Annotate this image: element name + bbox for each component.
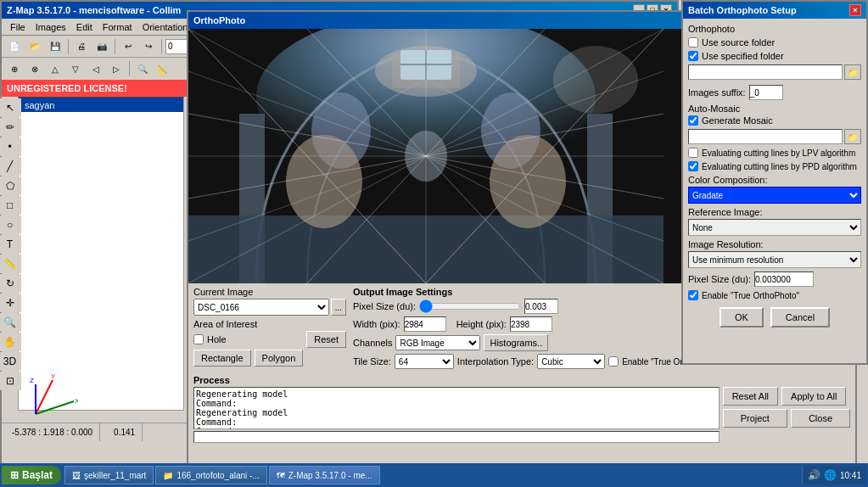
interp-select[interactable]: Cubic <box>537 354 605 369</box>
ortho-title-text: OrthoPhoto <box>193 15 245 25</box>
tool-extra[interactable]: ⊡ <box>0 372 21 390</box>
new-button[interactable]: 📄 <box>5 37 24 56</box>
images-suffix-input[interactable]: _0 <box>749 85 783 100</box>
camera-button[interactable]: 📷 <box>92 37 111 56</box>
project-button[interactable]: Project <box>723 409 787 428</box>
menu-orientation[interactable]: Orientation <box>137 21 193 33</box>
tool-poly[interactable]: ⬠ <box>0 176 21 195</box>
close-button[interactable]: Close <box>791 409 850 428</box>
tree-item-sagyan[interactable]: 📁 sagyan <box>3 98 183 112</box>
mosaic-folder-browse-button[interactable]: 📁 <box>844 129 861 144</box>
enable-trueortho-checkbox[interactable] <box>608 356 619 367</box>
hole-checkbox[interactable] <box>193 334 204 344</box>
pixel-size-input[interactable]: 0.003 <box>524 299 558 314</box>
tool-pan[interactable]: ✋ <box>0 333 21 351</box>
start-button[interactable]: ⊞ Başlat <box>2 466 61 484</box>
current-image-select[interactable]: DSC_0166 <box>193 299 329 316</box>
tile-label: Tile Size: <box>353 356 391 367</box>
menu-file[interactable]: File <box>5 21 31 33</box>
height-input[interactable]: 2398 <box>510 316 552 332</box>
pixel-size-batch-input[interactable]: 0.003000 <box>754 271 814 287</box>
channels-select[interactable]: RGB Image <box>395 335 480 350</box>
tb2-btn2[interactable]: ⊗ <box>25 59 44 78</box>
generate-mosaic-row: Generate Mosaic <box>688 115 861 126</box>
use-specified-label: Use specified folder <box>702 51 784 61</box>
tool-zoom[interactable]: 🔍 <box>0 313 21 332</box>
tb2-btn4[interactable]: ▽ <box>66 59 85 78</box>
tool-rect[interactable]: □ <box>0 196 21 215</box>
tool-measure[interactable]: 📏 <box>0 255 21 273</box>
use-specified-checkbox[interactable] <box>688 51 698 61</box>
folder-row: 📁 <box>688 64 861 80</box>
tool-move[interactable]: ✛ <box>0 294 21 312</box>
batch-close-button[interactable]: × <box>849 4 861 16</box>
redo-button[interactable]: ↪ <box>139 37 158 56</box>
log-line-3: Regenerating model <box>196 408 717 417</box>
value-segment: 0.141 <box>107 423 143 441</box>
undo-button[interactable]: ↩ <box>119 37 137 56</box>
reset-all-button[interactable]: Reset All <box>723 387 778 406</box>
log-line-4: Command: <box>196 417 717 427</box>
tool-text[interactable]: T <box>0 235 21 254</box>
tool-point[interactable]: • <box>0 137 21 156</box>
histograms-button[interactable]: Histograms.. <box>484 334 548 351</box>
taskbar-item-0[interactable]: 🖼 şekiller_11_mart <box>64 466 154 484</box>
use-source-label: Use source folder <box>702 37 775 48</box>
tb2-btn7[interactable]: 🔍 <box>133 59 152 78</box>
start-label: Başlat <box>22 469 53 481</box>
taskbar-items: 🖼 şekiller_11_mart 📁 166_ortofoto_alani … <box>64 466 802 484</box>
batch-title-text: Batch Orthophoto Setup <box>688 5 797 15</box>
folder-input[interactable] <box>688 64 843 80</box>
pixel-size-slider[interactable] <box>419 300 521 312</box>
image-browse-button[interactable]: ... <box>331 299 346 316</box>
save-button[interactable]: 💾 <box>46 37 64 56</box>
tb2-btn5[interactable]: ◁ <box>87 59 105 78</box>
eval-ppd-checkbox[interactable] <box>688 161 698 171</box>
tool-pencil[interactable]: ✏ <box>0 118 21 137</box>
tool-3d[interactable]: 3D <box>0 352 21 371</box>
tray-icon-1: 🔊 <box>808 469 820 481</box>
reset-aoi-button[interactable]: Reset <box>306 331 346 348</box>
current-image-label: Current Image <box>193 287 346 297</box>
mosaic-folder-input[interactable] <box>688 129 843 144</box>
menu-format[interactable]: Format <box>98 21 137 33</box>
aoi-buttons: Rectangle Polygon <box>193 350 346 367</box>
open-button[interactable]: 📂 <box>25 37 44 56</box>
pixel-size-batch-row: Pixel Size (du): 0.003000 <box>688 271 861 287</box>
tb2-btn3[interactable]: △ <box>46 59 64 78</box>
use-source-checkbox[interactable] <box>688 37 698 48</box>
tb2-btn8[interactable]: 📐 <box>154 59 172 78</box>
tool-select[interactable]: ↖ <box>0 98 21 117</box>
taskbar-item-1[interactable]: 📁 166_ortofoto_alani -... <box>155 466 266 484</box>
img-res-select[interactable]: Use minimum resolution <box>688 251 861 268</box>
images-suffix-label: Images suffix: <box>688 87 746 98</box>
enable-trueortho-batch-checkbox[interactable] <box>688 290 698 300</box>
width-input[interactable]: 2984 <box>404 316 446 332</box>
tile-select[interactable]: 64 <box>395 354 454 369</box>
width-label: Width (pix): <box>353 319 400 329</box>
svg-point-33 <box>553 46 638 114</box>
print-button[interactable]: 🖨 <box>72 37 91 56</box>
tb2-btn1[interactable]: ⊕ <box>5 59 24 78</box>
tb2-btn6[interactable]: ▷ <box>107 59 126 78</box>
tool-rotate[interactable]: ↻ <box>0 274 21 293</box>
taskbar-item-2[interactable]: 🗺 Z-Map 3.5.17.0 - me... <box>269 466 380 484</box>
tool-line[interactable]: ╱ <box>0 157 21 176</box>
coords-segment: -5.378 : 1.918 : 0.000 <box>5 423 100 441</box>
ok-button[interactable]: OK <box>720 307 764 327</box>
color-comp-select[interactable]: Gradate <box>688 187 861 204</box>
tool-circle[interactable]: ○ <box>0 216 21 234</box>
menu-images[interactable]: Images <box>31 21 71 33</box>
toolbar-sep-1 <box>68 39 69 54</box>
eval-lpv-checkbox[interactable] <box>688 148 698 158</box>
cancel-button[interactable]: Cancel <box>770 307 830 327</box>
ref-image-select[interactable]: None <box>688 219 861 236</box>
rectangle-button[interactable]: Rectangle <box>193 350 251 367</box>
taskbar-item-label-1: 166_ortofoto_alani -... <box>176 471 259 480</box>
generate-mosaic-checkbox[interactable] <box>688 115 698 126</box>
polygon-button[interactable]: Polygon <box>255 350 304 367</box>
folder-browse-button[interactable]: 📁 <box>844 64 861 80</box>
toolbar-sep-2 <box>115 39 115 54</box>
apply-to-all-button[interactable]: Apply to All <box>781 387 846 406</box>
menu-edit[interactable]: Edit <box>71 21 98 33</box>
